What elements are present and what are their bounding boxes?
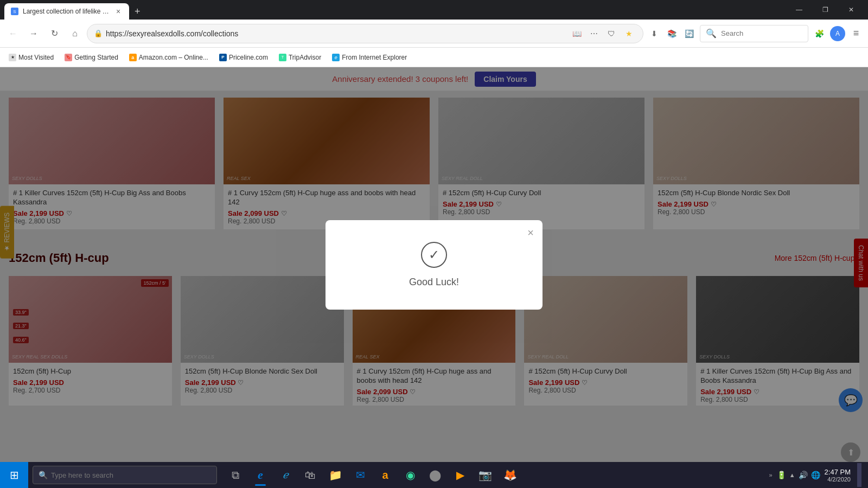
taskbar-app-firefox[interactable]: 🦊 [498,463,522,487]
taskbar-volume-icon[interactable]: 🔊 [799,471,808,479]
search-icon: 🔍 [706,28,717,38]
taskbar: ⊞ 🔍 ⧉ e ℯ 🛍 📁 ✉ a ◉ ⬤ [0,462,868,488]
url-display: https://sexyrealsexdolls.com/collections [106,29,566,38]
tripadvisor-icon: ◉ [406,468,415,481]
maximize-button[interactable]: ❐ [813,0,838,20]
back-button[interactable]: ← [4,25,22,42]
taskbar-right: » 🔋 ▲ 🔊 🌐 2:47 PM 4/2/2020 [763,463,868,487]
modal-check-icon: ✓ [421,242,447,268]
mail-icon: ✉ [356,468,365,481]
ie-icon: ℯ [283,469,289,481]
more-options-button[interactable]: ⋯ [586,26,602,41]
show-desktop-button[interactable] [857,463,861,487]
camera-icon: 📷 [478,468,492,481]
profile-button[interactable]: A [830,26,845,41]
tab-favicon: S [11,8,18,15]
bookmark-button[interactable]: ★ [621,26,636,41]
window-controls: — ❐ ✕ [787,0,864,20]
bookmark-label-tripadvisor: TripAdvisor [289,54,321,61]
taskbar-app-vlc[interactable]: ▶ [448,463,472,487]
taskbar-date: 4/2/2020 [825,476,851,483]
bookmark-tripadvisor[interactable]: T TripAdvisor [275,52,326,63]
bookmark-favicon-tripadvisor: T [279,54,286,61]
modal-close-button[interactable]: × [527,227,534,239]
modal-dialog: × ✓ Good Luck! [326,220,542,310]
search-input[interactable] [721,29,812,37]
taskbar-network-icon[interactable]: 🌐 [811,471,820,479]
taskbar-notification-icon[interactable]: » [769,472,773,478]
taskbar-app-8[interactable]: ⬤ [423,463,447,487]
windows-icon: ⊞ [10,468,19,481]
browser-titlebar: S Largest collection of lifelike ad... ×… [0,0,868,20]
security-icon: 🔒 [94,29,103,37]
minimize-button[interactable]: — [787,0,812,20]
taskbar-sys-icons: 🔋 ▲ 🔊 🌐 [777,471,820,479]
amazon-icon: a [382,469,388,481]
app8-icon: ⬤ [429,468,441,481]
extensions-button[interactable]: 🧩 [812,26,827,41]
taskview-icon: ⧉ [232,469,239,481]
taskbar-app-store[interactable]: 🛍 [298,463,322,487]
active-tab[interactable]: S Largest collection of lifelike ad... × [4,3,129,20]
vlc-icon: ▶ [456,468,464,481]
container-button[interactable]: 🛡 [604,26,619,41]
checkmark-symbol: ✓ [429,247,439,262]
bookmark-amazon[interactable]: a Amazon.com – Online... [125,52,213,63]
taskbar-search-box[interactable]: 🔍 [33,466,217,484]
taskbar-app-mail[interactable]: ✉ [348,463,372,487]
modal-message: Good Luck! [409,277,459,288]
search-box[interactable]: 🔍 [700,25,808,42]
taskbar-app-folder[interactable]: 📁 [323,463,347,487]
bookmarks-bar: ★ Most Visited 🔖 Getting Started a Amazo… [0,48,868,67]
navigation-bar: ← → ↻ ⌂ 🔒 https://sexyrealsexdolls.com/c… [0,20,868,48]
bookmark-label-amazon: Amazon.com – Online... [139,54,208,61]
address-bar[interactable]: 🔒 https://sexyrealsexdolls.com/collectio… [87,24,643,43]
modal-overlay[interactable]: × ✓ Good Luck! [0,67,868,462]
taskbar-search-icon: 🔍 [39,471,48,479]
bookmark-label-ie: From Internet Explorer [342,54,407,61]
bookmark-favicon-getting-started: 🔖 [65,54,72,61]
tab-title: Largest collection of lifelike ad... [23,8,110,15]
new-tab-button[interactable]: + [130,4,145,20]
address-bar-icons: 📖 ⋯ 🛡 ★ [569,26,636,41]
bookmark-label-most-visited: Most Visited [18,54,54,61]
bookmark-favicon-most-visited: ★ [9,54,16,61]
taskbar-app-icons: ⧉ e ℯ 🛍 📁 ✉ a ◉ ⬤ ▶ 📷 [224,463,522,487]
bookmark-priceline[interactable]: P Priceline.com [215,52,272,63]
bookmarks-manager-button[interactable]: 📚 [664,26,679,41]
taskbar-search-input[interactable] [51,471,211,479]
bookmark-ie[interactable]: e From Internet Explorer [328,52,411,63]
tab-close-button[interactable]: × [114,7,123,16]
nav-right-icons: ⬇ 📚 🔄 [647,26,697,41]
edge-icon: e [258,468,263,482]
page-content: Anniversary extended! 3 coupons left! Cl… [0,67,868,462]
taskbar-app-amazon[interactable]: a [373,463,397,487]
refresh-button[interactable]: ↻ [46,25,63,42]
tab-bar: S Largest collection of lifelike ad... ×… [4,0,145,20]
bookmark-favicon-ie: e [332,54,340,61]
bookmark-favicon-amazon: a [129,54,137,61]
taskbar-time: 2:47 PM [825,468,851,476]
taskbar-expand-icon[interactable]: ▲ [789,472,795,478]
menu-button[interactable]: ≡ [848,26,864,41]
taskbar-app-tripadvisor[interactable]: ◉ [398,463,422,487]
sync-button[interactable]: 🔄 [681,26,697,41]
store-icon: 🛍 [305,469,316,481]
bookmark-label-getting-started: Getting Started [74,54,118,61]
downloads-button[interactable]: ⬇ [647,26,662,41]
close-button[interactable]: ✕ [839,0,864,20]
reader-view-button[interactable]: 📖 [569,26,584,41]
forward-button[interactable]: → [25,25,42,42]
folder-icon: 📁 [329,468,342,481]
taskbar-app-edge[interactable]: e [248,463,272,487]
bookmark-getting-started[interactable]: 🔖 Getting Started [60,52,123,63]
firefox-icon: 🦊 [503,468,517,481]
taskbar-clock[interactable]: 2:47 PM 4/2/2020 [825,468,851,483]
taskbar-app-taskview[interactable]: ⧉ [224,463,247,487]
taskbar-app-ie[interactable]: ℯ [273,463,297,487]
taskbar-app-camera[interactable]: 📷 [473,463,497,487]
bookmark-most-visited[interactable]: ★ Most Visited [4,52,58,63]
home-button[interactable]: ⌂ [66,25,84,42]
start-button[interactable]: ⊞ [0,462,28,488]
taskbar-battery-icon: 🔋 [777,471,786,479]
